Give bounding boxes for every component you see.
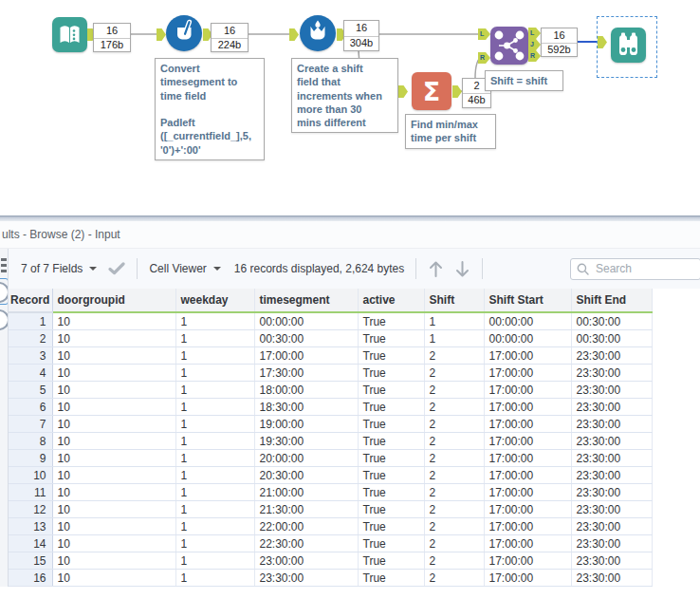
cell[interactable]: 17:00:00 [484, 450, 571, 467]
cell[interactable]: 00:00:00 [254, 312, 358, 330]
column-header-shift-end[interactable]: Shift End [571, 289, 652, 312]
cell[interactable]: 23:30:00 [571, 433, 652, 450]
cell[interactable]: 1 [424, 312, 484, 330]
cell[interactable]: True [358, 467, 424, 484]
join-tool[interactable] [490, 27, 528, 65]
cell[interactable]: 23:30:00 [571, 347, 652, 365]
column-header-shift-start[interactable]: Shift Start [484, 289, 571, 312]
cell[interactable]: 00:00:00 [484, 330, 571, 347]
cell[interactable]: 20:30:00 [254, 467, 358, 484]
record-number[interactable]: 2 [8, 330, 52, 347]
record-number[interactable]: 8 [8, 433, 52, 450]
column-header-record[interactable]: Record [8, 289, 52, 312]
workflow-canvas[interactable]: 16 176b 16 224b Convert timesegment to t… [0, 0, 700, 215]
cell[interactable]: True [358, 330, 424, 347]
cell[interactable]: 2 [424, 450, 484, 467]
record-number[interactable]: 6 [8, 399, 52, 416]
cell[interactable]: 2 [424, 570, 484, 587]
cell[interactable]: 23:30:00 [571, 552, 652, 570]
cell[interactable]: 10 [52, 382, 175, 399]
record-number[interactable]: 3 [8, 347, 52, 365]
cell[interactable]: True [358, 382, 424, 399]
cell[interactable]: 17:00:00 [484, 535, 571, 552]
column-header-timesegment[interactable]: timesegment [254, 289, 358, 312]
record-number[interactable]: 7 [8, 416, 52, 433]
cell[interactable]: 23:30:00 [571, 467, 652, 484]
cell[interactable]: 23:30:00 [571, 399, 652, 416]
cell[interactable]: 17:30:00 [254, 365, 358, 382]
cell[interactable]: 1 [175, 382, 254, 399]
cell[interactable]: True [358, 570, 424, 587]
cell[interactable]: 10 [52, 450, 175, 467]
cell[interactable]: 1 [175, 330, 254, 347]
grid-view-icon[interactable] [1, 258, 7, 273]
cell[interactable]: 10 [52, 365, 175, 382]
column-header-weekday[interactable]: weekday [175, 289, 254, 312]
cell[interactable]: 2 [424, 365, 484, 382]
cell[interactable]: 1 [175, 347, 254, 365]
cell[interactable]: 10 [52, 535, 175, 552]
cell[interactable]: True [358, 501, 424, 518]
cell[interactable]: 2 [424, 484, 484, 501]
cell[interactable]: 2 [424, 501, 484, 518]
apply-checkmark-icon[interactable] [108, 262, 125, 275]
cell[interactable]: 17:00:00 [484, 518, 571, 535]
cell[interactable]: 17:00:00 [484, 347, 571, 365]
cell[interactable]: 10 [52, 347, 175, 365]
record-number[interactable]: 16 [8, 570, 52, 587]
cell[interactable]: 17:00:00 [484, 382, 571, 399]
summarize-annotation[interactable]: Find min/max time per shift [405, 114, 496, 149]
cell[interactable]: 21:30:00 [254, 501, 358, 518]
cell[interactable]: True [358, 518, 424, 535]
record-number[interactable]: 1 [8, 312, 52, 330]
cell[interactable]: 1 [175, 484, 254, 501]
cell[interactable]: 2 [424, 382, 484, 399]
cell[interactable]: 1 [175, 518, 254, 535]
cell[interactable]: 23:30:00 [571, 501, 652, 518]
cell[interactable]: 1 [175, 501, 254, 518]
cell[interactable]: 19:00:00 [254, 416, 358, 433]
search-box[interactable] [570, 258, 700, 280]
cell[interactable]: 17:00:00 [484, 501, 571, 518]
column-header-active[interactable]: active [358, 289, 424, 312]
cell[interactable]: 17:00:00 [484, 433, 571, 450]
cell[interactable]: 17:00:00 [484, 570, 571, 587]
cell[interactable]: 23:30:00 [571, 382, 652, 399]
cell[interactable]: 23:30:00 [571, 484, 652, 501]
record-number[interactable]: 13 [8, 518, 52, 535]
cell[interactable]: 10 [52, 518, 175, 535]
cell[interactable]: 23:30:00 [571, 570, 652, 587]
cell[interactable]: 18:30:00 [254, 399, 358, 416]
cell[interactable]: 00:30:00 [571, 312, 652, 330]
cell[interactable]: 10 [52, 312, 175, 330]
cell[interactable]: 2 [424, 518, 484, 535]
cell[interactable]: 23:30:00 [254, 570, 358, 587]
cell[interactable]: 1 [175, 467, 254, 484]
cell[interactable]: 10 [52, 501, 175, 518]
cell[interactable]: 17:00:00 [484, 365, 571, 382]
cell[interactable]: 17:00:00 [484, 484, 571, 501]
cell[interactable]: 1 [175, 399, 254, 416]
cell[interactable]: 17:00:00 [484, 416, 571, 433]
cell[interactable]: 17:00:00 [484, 467, 571, 484]
chevron-down-icon[interactable] [213, 267, 221, 274]
cell[interactable]: 10 [52, 467, 175, 484]
cell[interactable]: 10 [52, 416, 175, 433]
cell[interactable]: 10 [52, 552, 175, 570]
cell[interactable]: True [358, 535, 424, 552]
cell[interactable]: 10 [52, 570, 175, 587]
cell[interactable]: True [358, 450, 424, 467]
cell[interactable]: True [358, 399, 424, 416]
cell[interactable]: 17:00:00 [484, 399, 571, 416]
cell[interactable]: 10 [52, 433, 175, 450]
cell[interactable]: True [358, 416, 424, 433]
record-number[interactable]: 9 [8, 450, 52, 467]
cell[interactable]: 00:00:00 [484, 312, 571, 330]
cell[interactable]: True [358, 312, 424, 330]
cell[interactable]: 1 [175, 450, 254, 467]
cell[interactable]: True [358, 365, 424, 382]
cell[interactable]: 1 [175, 416, 254, 433]
formula-annotation[interactable]: Convert timesegment to time field Padlef… [155, 58, 265, 160]
column-header-doorgroupid[interactable]: doorgroupid [52, 289, 175, 312]
cell[interactable]: 17:00:00 [484, 552, 571, 570]
